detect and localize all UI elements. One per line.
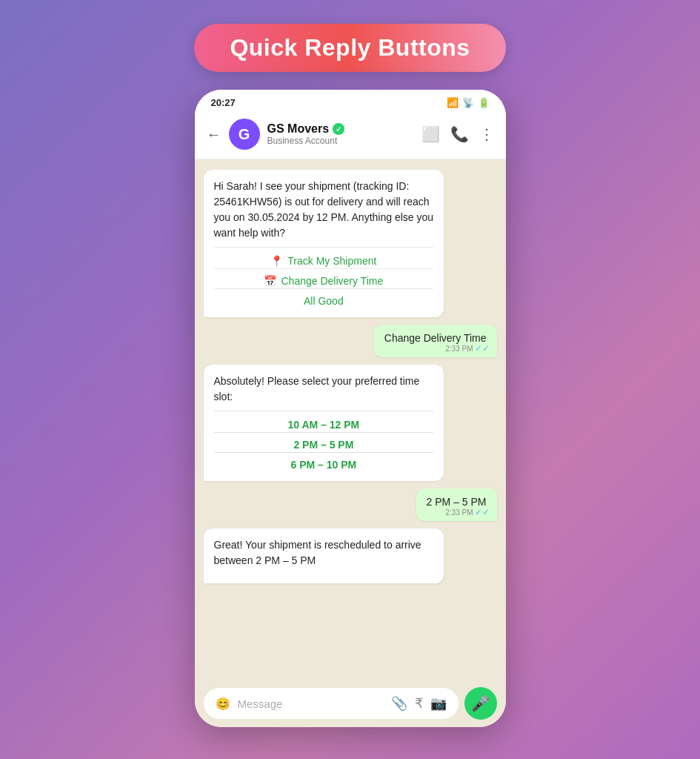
back-button[interactable]: ← [207, 126, 221, 143]
camera-icon[interactable]: 📷 [430, 695, 447, 712]
quick-reply-all-good[interactable]: All Good [214, 288, 434, 308]
message-text-sent-1: Change Delivery Time [384, 332, 487, 344]
input-action-icons: 📎 ₹ 📷 [391, 695, 447, 712]
calendar-icon: 📅 [264, 275, 276, 287]
message-received-1: Hi Sarah! I see your shipment (tracking … [204, 170, 444, 317]
slot-btn-2[interactable]: 2 PM – 5 PM [214, 432, 434, 452]
message-text-2: Absolutely! Please select your preferred… [214, 374, 434, 405]
contact-info: GS Movers ✓ Business Account [267, 122, 414, 146]
quick-reply-change-delivery[interactable]: 📅 Change Delivery Time [214, 268, 434, 288]
more-options-icon[interactable]: ⋮ [479, 125, 494, 143]
message-text-1: Hi Sarah! I see your shipment (tracking … [214, 179, 434, 241]
double-tick-icon-2: ✓✓ [475, 507, 490, 517]
page-title: Quick Reply Buttons [230, 34, 470, 61]
attach-icon[interactable]: 📎 [391, 695, 407, 712]
message-text-sent-2: 2 PM – 5 PM [427, 496, 487, 508]
header-action-icons: ⬜ 📞 ⋮ [421, 125, 494, 143]
title-pill: Quick Reply Buttons [194, 24, 505, 72]
location-icon: 📍 [270, 255, 283, 267]
video-call-icon[interactable]: ⬜ [421, 125, 440, 143]
rupee-icon[interactable]: ₹ [415, 695, 423, 712]
contact-name: GS Movers ✓ [267, 122, 414, 136]
message-sent-2: 2 PM – 5 PM 2:33 PM ✓✓ [416, 488, 497, 521]
status-icons: 📶 📡 🔋 [447, 97, 490, 108]
verified-badge: ✓ [333, 123, 344, 135]
chat-header: ← G GS Movers ✓ Business Account ⬜ 📞 ⋮ [195, 113, 506, 159]
signal-icon: 📶 [447, 97, 459, 108]
slot-btn-1[interactable]: 10 AM – 12 PM [214, 411, 434, 432]
message-time-sent-1: 2:33 PM ✓✓ [445, 343, 489, 354]
phone-call-icon[interactable]: 📞 [450, 125, 469, 143]
input-field[interactable]: 😊 Message 📎 ₹ 📷 [204, 688, 459, 719]
mic-button[interactable]: 🎤 [464, 687, 497, 720]
contact-sub: Business Account [267, 136, 414, 146]
avatar: G [229, 119, 260, 150]
wifi-icon: 📡 [462, 97, 474, 108]
message-sent-1: Change Delivery Time 2:33 PM ✓✓ [374, 325, 497, 357]
message-placeholder: Message [238, 697, 384, 710]
double-tick-icon: ✓✓ [475, 343, 490, 354]
chat-input-bar: 😊 Message 📎 ₹ 📷 🎤 [195, 680, 506, 727]
battery-icon: 🔋 [478, 97, 490, 108]
phone-frame: 20:27 📶 📡 🔋 ← G GS Movers ✓ Business Acc… [195, 90, 506, 727]
message-received-2: Absolutely! Please select your preferred… [204, 365, 444, 481]
emoji-icon[interactable]: 😊 [216, 697, 230, 711]
status-time: 20:27 [211, 97, 236, 108]
slot-btn-3[interactable]: 6 PM – 10 PM [214, 452, 434, 472]
message-time-sent-2: 2:33 PM ✓✓ [445, 507, 489, 517]
quick-reply-track[interactable]: 📍 Track My Shipment [214, 247, 434, 268]
chat-body: Hi Sarah! I see your shipment (tracking … [195, 159, 506, 680]
message-received-3: Great! Your shipment is rescheduled to a… [204, 528, 444, 583]
message-text-3: Great! Your shipment is rescheduled to a… [214, 537, 434, 569]
status-bar: 20:27 📶 📡 🔋 [195, 90, 506, 113]
